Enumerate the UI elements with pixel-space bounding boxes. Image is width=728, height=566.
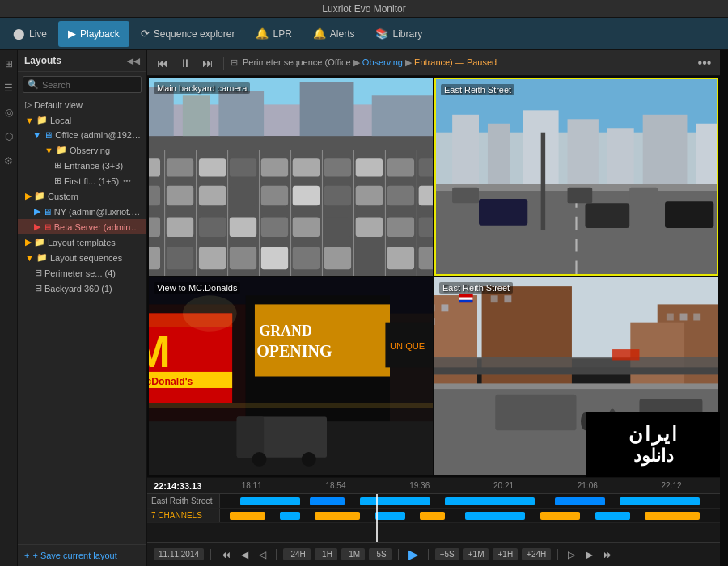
svg-rect-126: [612, 349, 639, 360]
svg-rect-125: [459, 300, 473, 302]
more-options-btn[interactable]: •••: [696, 54, 713, 72]
next-frame-btn[interactable]: ⏭: [199, 54, 217, 72]
folder-open-icon: 📁: [36, 115, 48, 125]
timeline-tracks[interactable]: East Reith Street 7 CHANNELS: [147, 494, 720, 542]
search-input[interactable]: [42, 80, 137, 90]
folder-closed-icon: 📁: [34, 191, 45, 201]
svg-rect-124: [459, 298, 473, 300]
fwd-slow-btn[interactable]: ▷: [565, 547, 578, 562]
svg-rect-53: [324, 247, 351, 269]
plus5s[interactable]: +5S: [435, 548, 459, 560]
nav-sequence-explorer[interactable]: ⟳ Sequence explorer: [131, 21, 245, 47]
nav-live[interactable]: ⬤ Live: [3, 21, 57, 47]
timestamp-4: 20:21: [490, 481, 517, 490]
sidebar-search-box[interactable]: 🔍: [23, 76, 142, 93]
svg-rect-99: [434, 295, 477, 358]
sidebar-item-local[interactable]: ▼ 📁 Local: [18, 112, 146, 128]
timeline-track-2[interactable]: 7 CHANNELS: [147, 509, 720, 523]
folder-icon7: 📁: [36, 252, 48, 263]
save-current-layout-btn[interactable]: + + Save current layout: [18, 544, 146, 566]
segment: [240, 497, 300, 505]
plus24h[interactable]: +24H: [522, 548, 551, 560]
svg-rect-29: [199, 186, 226, 206]
play-pause-btn[interactable]: ⏸: [176, 54, 194, 72]
svg-rect-26: [419, 158, 433, 176]
svg-point-91: [252, 452, 267, 467]
sidebar-item-ny[interactable]: ▶ 🖥 NY (admin@luxriot.com): [18, 204, 146, 219]
svg-text:McDonald's: McDonald's: [149, 376, 193, 387]
watermark-line2: دانلود: [633, 446, 674, 467]
live-icon: ⬤: [13, 27, 25, 40]
svg-rect-23: [324, 158, 351, 176]
minus1h[interactable]: -1H: [315, 548, 337, 560]
sidebar-item-backyard-360[interactable]: ⊟ Backyard 360 (1): [18, 281, 146, 296]
svg-text:UNIQUE: UNIQUE: [390, 341, 425, 351]
camera-cell-3[interactable]: View to MC.Donalds M McDonald's: [149, 277, 433, 475]
play-btn[interactable]: ▶: [405, 545, 421, 564]
track-content-2[interactable]: [220, 509, 720, 522]
watermark-line1: ايران: [629, 423, 679, 446]
svg-text:M: M: [149, 327, 171, 377]
sidebar-item-default-view[interactable]: ▷ Default view: [18, 97, 146, 112]
prev-frame-btn[interactable]: ⏮: [154, 54, 171, 72]
segment: [280, 512, 300, 520]
svg-rect-49: [199, 247, 226, 269]
svg-rect-104: [434, 304, 435, 311]
layout-icon: ▷: [25, 99, 32, 110]
sidebar-item-beta-server[interactable]: ▶ 🖥 Beta Server (admin@l...): [18, 219, 146, 234]
jump-next-btn[interactable]: ⏭: [600, 547, 616, 562]
jump-prev-btn[interactable]: ⏮: [218, 547, 234, 562]
sequence-icon: ⟳: [141, 27, 150, 40]
sidebar-item-custom[interactable]: ▶ 📁 Custom: [18, 188, 146, 204]
camera-cell-2[interactable]: East Reith Street: [434, 78, 718, 276]
iconbar-btn-4[interactable]: ⬡: [2, 129, 16, 144]
fwd-btn[interactable]: ▶: [582, 547, 596, 562]
svg-rect-71: [585, 203, 629, 228]
minus1m[interactable]: -1M: [341, 548, 365, 560]
sidebar-item-office[interactable]: ▼ 🖥 Office (admin@192.168.1.1): [18, 128, 146, 142]
sidebar-collapse-btn[interactable]: ◀◀: [127, 57, 140, 65]
folder-icon4: ▶: [25, 237, 32, 247]
camera-cell-1[interactable]: Main backyard camera: [149, 78, 433, 276]
plus1m[interactable]: +1M: [463, 548, 489, 560]
svg-rect-73: [452, 188, 479, 204]
nav-lpr[interactable]: 🔔 LPR: [246, 21, 301, 47]
iconbar-btn-3[interactable]: ◎: [2, 105, 16, 120]
svg-rect-40: [230, 218, 256, 238]
sequence-icon3: ⊟: [35, 283, 42, 294]
camera-feed-1: [149, 78, 433, 276]
sidebar-item-layout-sequences[interactable]: ▼ 📁 Layout sequences: [18, 250, 146, 265]
nav-alerts[interactable]: 🔔 Alerts: [303, 21, 365, 47]
iconbar-btn-2[interactable]: ☰: [2, 81, 16, 95]
track-content-1[interactable]: [220, 494, 720, 508]
sidebar-item-perimeter-se[interactable]: ⊟ Perimeter se... (4): [18, 265, 146, 281]
prev-btn[interactable]: ◀: [238, 547, 252, 562]
segment: [310, 497, 345, 505]
nav-playback[interactable]: ▶ Playback: [58, 21, 129, 47]
nav-library[interactable]: 📚 Library: [366, 21, 432, 47]
layout-grid-icon2: ⊞: [54, 175, 61, 186]
plus1h[interactable]: +1H: [493, 548, 518, 560]
svg-rect-75: [629, 188, 658, 204]
sidebar-item-firstfl[interactable]: ⊞ First fl... (1+5) •••: [18, 173, 146, 188]
timeline-track-1[interactable]: East Reith Street: [147, 494, 720, 509]
segment: [465, 512, 525, 520]
svg-rect-65: [696, 124, 717, 186]
segment: [540, 512, 580, 520]
segment: [360, 497, 430, 505]
sidebar-header: Layouts ◀◀: [18, 50, 146, 72]
timeline-time-ruler[interactable]: 22:14:33.13 18:11 18:54 19:36 20:21 21:0…: [147, 478, 720, 494]
svg-rect-74: [568, 188, 593, 204]
iconbar-btn-5[interactable]: ⚙: [2, 154, 16, 168]
sidebar-item-layout-templates[interactable]: ▶ 📁 Layout templates: [18, 234, 146, 250]
segment: [420, 512, 445, 520]
sidebar-item-entrance[interactable]: ⊞ Entrance (3+3): [18, 158, 146, 173]
minus24h[interactable]: -24H: [283, 548, 311, 560]
date-display: 11.11.2014: [154, 548, 204, 560]
folder-icon: ▼: [25, 116, 34, 125]
svg-rect-30: [230, 186, 256, 206]
iconbar-btn-1[interactable]: ⊞: [2, 57, 16, 71]
minus5s[interactable]: -5S: [369, 548, 392, 560]
sidebar-item-observing[interactable]: ▼ 📁 Observing: [18, 142, 146, 158]
prev-slow-btn[interactable]: ◁: [256, 547, 269, 562]
